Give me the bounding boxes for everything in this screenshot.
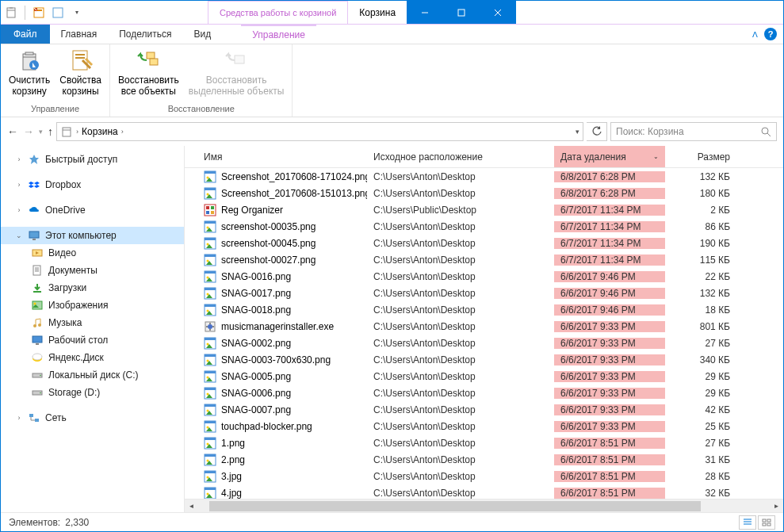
tab-share[interactable]: Поделиться: [108, 25, 182, 44]
empty-recycle-bin-button[interactable]: Очиститькорзину: [6, 46, 53, 102]
search-icon[interactable]: [760, 126, 771, 137]
scroll-thumb[interactable]: [209, 501, 701, 511]
file-row[interactable]: SNAG-0016.pngC:\Users\Anton\Desktop6/6/2…: [185, 268, 783, 285]
qat-new-folder-icon[interactable]: [51, 6, 65, 20]
tree-documents[interactable]: Документы: [1, 262, 184, 279]
tree-quick-access[interactable]: › Быстрый доступ: [1, 151, 184, 168]
address-dropdown-icon[interactable]: ▾: [576, 128, 579, 136]
file-row[interactable]: SNAG-0007.pngC:\Users\Anton\Desktop6/6/2…: [185, 401, 783, 418]
scroll-left-button[interactable]: ◄: [185, 499, 198, 513]
file-row[interactable]: screenshot-00035.pngC:\Users\Anton\Deskt…: [185, 218, 783, 235]
file-row[interactable]: Screenshot_20170608-171024.pngC:\Users\A…: [185, 168, 783, 185]
properties-icon: [68, 48, 94, 73]
up-button[interactable]: ↑: [48, 125, 53, 138]
scroll-right-button[interactable]: ►: [770, 499, 783, 513]
address-bar[interactable]: › Корзина › ▾: [56, 122, 583, 141]
file-type-icon: [204, 187, 216, 200]
tab-view[interactable]: Вид: [182, 25, 222, 44]
tree-onedrive[interactable]: › OneDrive: [1, 201, 184, 219]
tree-this-pc[interactable]: ⌄ Этот компьютер: [1, 227, 184, 244]
svg-rect-15: [63, 128, 71, 136]
collapse-ribbon-icon[interactable]: ᐱ: [752, 30, 758, 39]
file-row[interactable]: 4.jpgC:\Users\Anton\Desktop6/6/2017 8:51…: [185, 484, 783, 499]
help-icon[interactable]: ?: [764, 28, 777, 40]
close-button[interactable]: [480, 1, 516, 24]
file-list[interactable]: Screenshot_20170608-171024.pngC:\Users\A…: [185, 168, 783, 499]
file-row[interactable]: SNAG-0003-700x630.pngC:\Users\Anton\Desk…: [185, 351, 783, 368]
tree-downloads[interactable]: Загрузки: [1, 279, 184, 297]
file-row[interactable]: SNAG-0017.pngC:\Users\Anton\Desktop6/6/2…: [185, 285, 783, 301]
refresh-button[interactable]: [587, 122, 607, 141]
svg-rect-21: [33, 301, 42, 309]
expand-icon[interactable]: ›: [15, 155, 23, 163]
file-date-deleted: 6/6/2017 8:51 PM: [554, 438, 665, 449]
column-size[interactable]: Размер: [665, 151, 736, 163]
breadcrumb-item[interactable]: Корзина: [82, 126, 118, 137]
file-row[interactable]: 2.pngC:\Users\Anton\Desktop6/6/2017 8:51…: [185, 451, 783, 468]
details-view-button[interactable]: [739, 515, 756, 530]
file-row[interactable]: 1.pngC:\Users\Anton\Desktop6/6/2017 8:51…: [185, 434, 783, 451]
minimize-button[interactable]: [407, 1, 443, 24]
file-row[interactable]: SNAG-0006.pngC:\Users\Anton\Desktop6/6/2…: [185, 385, 783, 401]
tree-yandex-disk[interactable]: Яндекс.Диск: [1, 349, 184, 366]
back-button[interactable]: ←: [7, 125, 18, 138]
expand-icon[interactable]: ›: [15, 414, 23, 422]
qat-properties-icon[interactable]: [32, 6, 46, 20]
expand-icon[interactable]: ›: [15, 206, 23, 214]
column-name[interactable]: Имя: [185, 151, 367, 163]
file-date-deleted: 6/7/2017 11:34 PM: [554, 221, 665, 232]
tree-local-disk-c[interactable]: Локальный диск (C:): [1, 366, 184, 384]
tree-network[interactable]: › Сеть: [1, 409, 184, 427]
svg-rect-36: [205, 171, 216, 174]
file-row[interactable]: SNAG-0018.pngC:\Users\Anton\Desktop6/6/2…: [185, 301, 783, 318]
thumbnails-view-button[interactable]: [758, 515, 775, 530]
tree-dropbox[interactable]: › Dropbox: [1, 176, 184, 193]
computer-icon: [28, 229, 40, 242]
file-row[interactable]: screenshot-00045.pngC:\Users\Anton\Deskt…: [185, 235, 783, 251]
file-location: C:\Users\Anton\Desktop: [367, 338, 554, 349]
restore-selected-button: Восстановитьвыделенные объекты: [185, 46, 288, 102]
file-size: 2 КБ: [665, 205, 736, 216]
sort-descending-icon: ⌄: [653, 153, 659, 160]
tree-video[interactable]: Видео: [1, 244, 184, 262]
tab-file[interactable]: Файл: [1, 25, 50, 44]
navigation-pane[interactable]: › Быстрый доступ › Dropbox › OneDrive ⌄ …: [1, 146, 185, 512]
tab-home[interactable]: Главная: [50, 25, 109, 44]
recycle-bin-properties-button[interactable]: Свойствакорзины: [56, 46, 105, 102]
recent-locations-dropdown[interactable]: ▾: [39, 128, 43, 136]
file-type-icon: [204, 254, 216, 266]
file-row[interactable]: Screenshot_20170608-151013.pngC:\Users\A…: [185, 185, 783, 201]
qat-dropdown-icon[interactable]: ▾: [70, 6, 84, 20]
tree-desktop[interactable]: Рабочий стол: [1, 331, 184, 349]
file-row[interactable]: SNAG-0002.pngC:\Users\Anton\Desktop6/6/2…: [185, 335, 783, 351]
file-size: 29 КБ: [665, 371, 736, 382]
file-row[interactable]: touchpad-blocker.pngC:\Users\Anton\Deskt…: [185, 418, 783, 434]
svg-rect-20: [33, 266, 40, 275]
column-date-deleted[interactable]: Дата удаления ⌄: [554, 146, 665, 167]
restore-all-button[interactable]: Восстановитьвсе объекты: [115, 46, 182, 102]
file-row[interactable]: screenshot-00027.pngC:\Users\Anton\Deskt…: [185, 251, 783, 268]
tree-storage-d[interactable]: Storage (D:): [1, 384, 184, 401]
file-type-icon: [204, 287, 216, 300]
chevron-right-icon[interactable]: ›: [121, 128, 124, 136]
file-name: Screenshot_20170608-151013.png: [221, 188, 367, 199]
file-row[interactable]: SNAG-0005.pngC:\Users\Anton\Desktop6/6/2…: [185, 368, 783, 385]
file-row[interactable]: Reg OrganizerC:\Users\Public\Desktop6/7/…: [185, 201, 783, 218]
horizontal-scrollbar[interactable]: ◄ ►: [185, 499, 783, 512]
file-row[interactable]: musicmanagerinstaller.exeC:\Users\Anton\…: [185, 318, 783, 335]
file-row[interactable]: 3.jpgC:\Users\Anton\Desktop6/6/2017 8:51…: [185, 468, 783, 484]
file-date-deleted: 6/7/2017 11:34 PM: [554, 238, 665, 249]
file-location: C:\Users\Anton\Desktop: [367, 171, 554, 182]
column-location[interactable]: Исходное расположение: [367, 151, 554, 163]
chevron-right-icon[interactable]: ›: [76, 128, 78, 136]
file-name: SNAG-0018.png: [221, 304, 291, 316]
tree-pictures[interactable]: Изображения: [1, 297, 184, 314]
svg-point-96: [207, 476, 209, 478]
maximize-button[interactable]: [443, 1, 480, 24]
tree-music[interactable]: Музыка: [1, 314, 184, 331]
scroll-track[interactable]: [198, 499, 770, 513]
collapse-icon[interactable]: ⌄: [15, 232, 23, 239]
expand-icon[interactable]: ›: [15, 181, 23, 189]
search-box[interactable]: Поиск: Корзина: [610, 122, 777, 141]
tab-manage[interactable]: Управление: [241, 25, 316, 44]
